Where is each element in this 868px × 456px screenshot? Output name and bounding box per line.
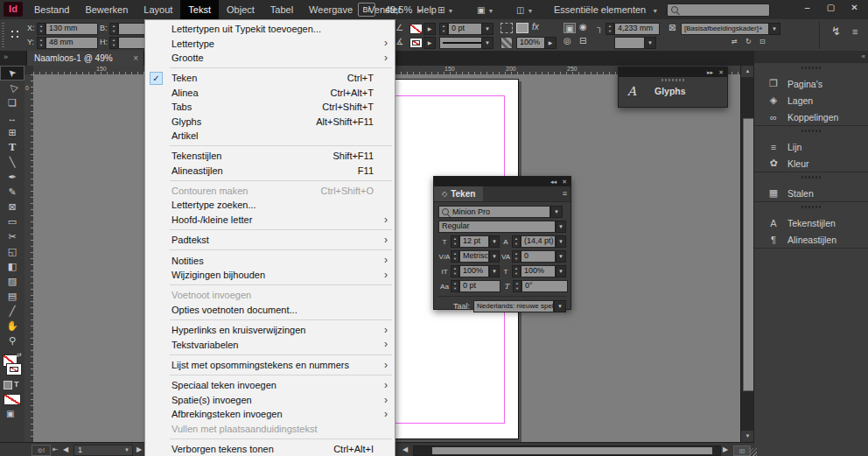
dock-item-lijn[interactable]: ≡Lijn xyxy=(754,138,868,155)
minimize-button[interactable]: – xyxy=(795,0,819,16)
gradient-tool[interactable]: ◧ xyxy=(0,259,24,274)
baseline-shift-field[interactable]: 0 pt xyxy=(459,280,500,292)
corner-shape-dropdown[interactable] xyxy=(644,37,656,49)
menu-item[interactable]: ✓ Tekenstijlen Shift+F11 › xyxy=(145,149,395,163)
menu-item[interactable]: ✓ Tabs Ctrl+Shift+T › xyxy=(145,100,395,114)
horizontal-scale-dropdown[interactable] xyxy=(556,265,566,277)
stroke-dropdown[interactable] xyxy=(424,37,436,49)
dock-item-koppelingen[interactable]: ∞Koppelingen xyxy=(754,109,868,125)
menu-item[interactable]: ✓ Alineastijlen F11 › xyxy=(145,164,395,178)
frame-solid-icon[interactable] xyxy=(516,23,528,33)
menu-item[interactable]: ✓ Glyphs Alt+Shift+F11 › xyxy=(145,114,395,128)
rotate-icon[interactable]: ∠ xyxy=(396,23,403,33)
menubar-item-bewerken[interactable]: Bewerken xyxy=(77,0,136,19)
horizontal-scrollbar[interactable] xyxy=(413,445,721,456)
leading-dropdown[interactable] xyxy=(556,235,566,248)
close-button[interactable]: ✕ xyxy=(843,0,866,16)
zoom-level-dropdown[interactable]: 49,5%▼ xyxy=(385,0,423,21)
stroke-style-field[interactable] xyxy=(439,37,486,49)
stroke-weight-stepper[interactable] xyxy=(439,23,448,35)
rectangle-tool[interactable]: ▭ xyxy=(0,214,24,229)
glyphs-panel-titlebar[interactable]: ▸▸ ✕ xyxy=(619,67,727,77)
vertical-scale-stepper[interactable] xyxy=(451,265,459,277)
leading-field[interactable]: (14,4 pt) xyxy=(521,235,556,248)
menu-item[interactable]: ✓ Afbrekingsteken invoegen › xyxy=(145,407,395,421)
font-family-dropdown[interactable] xyxy=(550,206,563,218)
menu-item[interactable]: ✓ Lettertypen uit Typekit toevoegen... › xyxy=(145,22,395,36)
workspace-switcher[interactable]: Essentiële elementen▼ xyxy=(554,0,658,21)
height-stepper[interactable] xyxy=(109,37,118,49)
skew-stepper[interactable] xyxy=(513,280,522,292)
panel-gripper[interactable] xyxy=(2,23,4,47)
wrap-jump-button[interactable]: ◎ xyxy=(564,36,571,46)
tab-teken[interactable]: ◇ Teken xyxy=(434,186,483,201)
menubar-item-tabel[interactable]: Tabel xyxy=(262,0,301,19)
gap-tool[interactable]: ↔ xyxy=(0,110,24,125)
leading-stepper[interactable] xyxy=(512,235,521,248)
tracking-field[interactable]: 0 xyxy=(521,250,556,263)
language-dropdown[interactable] xyxy=(554,300,566,312)
menubar-item-weergave[interactable]: Weergave xyxy=(301,0,360,19)
scroll-down-arrow[interactable]: ▼ xyxy=(741,431,754,442)
horizontal-scale-field[interactable]: 100% xyxy=(521,265,556,277)
frame-tool[interactable]: ⊠ xyxy=(0,200,24,214)
menu-item[interactable]: ✓ Artikel › xyxy=(145,129,395,143)
resize-grip[interactable] xyxy=(749,448,757,456)
font-size-stepper[interactable] xyxy=(451,235,459,248)
first-page-button[interactable]: ⇤ xyxy=(52,443,59,456)
dock-item-tekenstijlen[interactable]: ATekenstijlen xyxy=(754,214,868,231)
dock-item-stalen[interactable]: ▦Stalen xyxy=(754,185,868,201)
horizontal-scale-stepper[interactable] xyxy=(512,265,521,277)
direct-selection-tool[interactable]: ▷ xyxy=(0,81,24,95)
document-tab[interactable]: Naamloos-1 @ 49% × xyxy=(26,51,144,66)
menu-item[interactable]: ✓ Grootte › xyxy=(145,51,395,65)
vertical-scale-field[interactable]: 100% xyxy=(459,265,489,277)
menu-item[interactable]: ✓ Teken Ctrl+T › xyxy=(145,71,395,85)
wrap-below-button[interactable]: ⊟ xyxy=(579,36,586,46)
kerning-stepper[interactable] xyxy=(451,250,459,263)
dock-item-lagen[interactable]: ◈Lagen xyxy=(754,92,868,109)
menu-item[interactable]: ✓ Tekstvariabelen › xyxy=(145,337,395,351)
zoom-tool[interactable]: ⚲ xyxy=(0,333,24,348)
frame-fitting-icon[interactable]: ⊡ xyxy=(760,37,766,47)
formatting-affects-text-button[interactable]: T xyxy=(14,380,19,389)
screen-mode-button-toolbar[interactable]: ▣ xyxy=(6,409,14,418)
pencil-tool[interactable]: ✎ xyxy=(0,185,24,200)
reference-point-proxy[interactable] xyxy=(9,28,22,41)
scissors-tool[interactable]: ✂ xyxy=(0,229,24,244)
vertical-scale-dropdown[interactable] xyxy=(489,265,500,277)
maximize-button[interactable]: ▢ xyxy=(819,0,843,16)
arrange-documents-button[interactable]: ◫▼ xyxy=(516,4,533,16)
previous-page-button[interactable]: ◀ xyxy=(63,443,68,456)
quick-apply-lightning-icon[interactable]: ↯ xyxy=(831,26,841,37)
expand-panel-icon[interactable]: ▸▸ xyxy=(707,68,713,76)
stroke-swatch[interactable] xyxy=(410,38,423,48)
note-tool[interactable]: ▤ xyxy=(0,289,24,304)
stroke-proxy-swatch[interactable] xyxy=(7,364,21,375)
y-field[interactable]: 48 mm xyxy=(46,37,98,49)
shear-icon[interactable]: ∡ xyxy=(396,37,403,47)
pen-tool[interactable]: ✒ xyxy=(0,170,24,185)
type-tool[interactable]: T xyxy=(0,140,24,155)
menubar-item-tekst[interactable]: Tekst xyxy=(180,0,219,19)
kerning-field[interactable]: Metrisch xyxy=(459,250,489,263)
screen-mode-button[interactable]: ▣▼ xyxy=(477,4,494,16)
panel-menu-icon[interactable]: ≡ xyxy=(563,189,567,198)
gradient-feather-tool[interactable]: ▨ xyxy=(0,274,24,289)
bridge-button[interactable]: Br xyxy=(358,3,375,17)
menu-item[interactable]: ✓ Wijzigingen bijhouden › xyxy=(145,268,395,282)
font-size-dropdown[interactable] xyxy=(489,235,500,248)
preflight-embed-icon[interactable]: ⊙! xyxy=(32,445,51,456)
content-collector-tool[interactable]: ⊞ xyxy=(0,125,24,140)
wrap-bound-button[interactable]: ◉ xyxy=(579,22,587,32)
object-style-field[interactable]: [Basisafbeeldingskader]+ xyxy=(681,23,774,35)
hand-tool[interactable]: ✋ xyxy=(0,319,24,333)
menu-item[interactable]: ✓ Lijst met opsommingstekens en nummers … xyxy=(145,358,395,372)
character-panel-titlebar[interactable]: ◂◂ ✕ xyxy=(434,177,570,186)
spread-view-button[interactable]: ▯▯ xyxy=(733,445,751,456)
opacity-dropdown[interactable] xyxy=(544,37,556,49)
corner-radius-field[interactable]: 4,233 mm xyxy=(614,23,660,35)
stroke-style-dropdown[interactable] xyxy=(481,37,494,49)
menu-item[interactable]: ✓ Notities › xyxy=(145,253,395,267)
tracking-dropdown[interactable] xyxy=(556,250,566,263)
